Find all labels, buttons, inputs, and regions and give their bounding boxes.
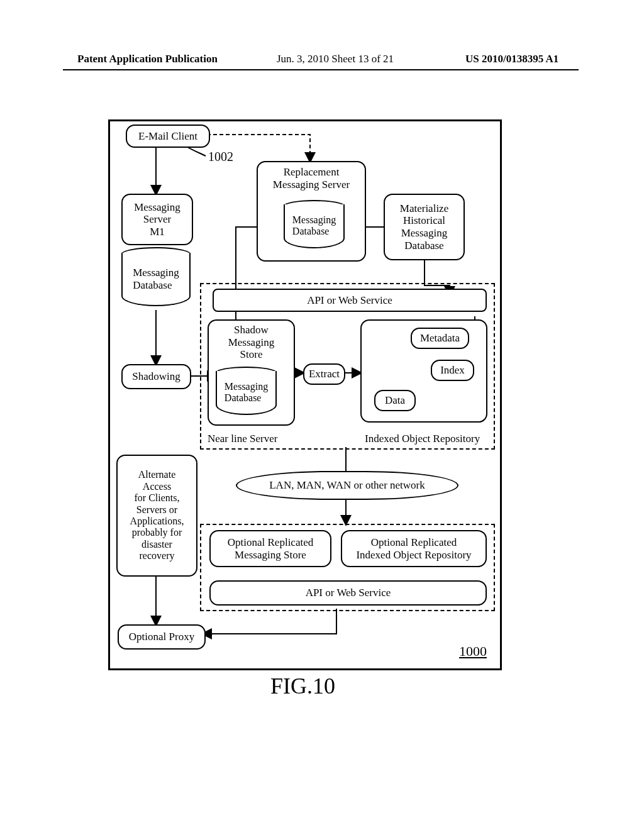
- header-patent-number: US 2010/0138395 A1: [465, 53, 558, 65]
- figure-frame: E-Mail Client 1002 Messaging Server M1 M…: [108, 119, 502, 670]
- ior-label: Indexed Object Repository: [365, 433, 480, 445]
- shadow-store-label: Shadow Messaging Store: [228, 324, 275, 361]
- email-client-box: E-Mail Client: [126, 124, 210, 148]
- index-box: Index: [431, 360, 474, 381]
- data-box: Data: [374, 390, 416, 411]
- materialize-box: Materialize Historical Messaging Databas…: [384, 194, 465, 260]
- ref-1002: 1002: [208, 150, 233, 164]
- shadowing-box: Shadowing: [121, 364, 191, 389]
- metadata-box: Metadata: [411, 328, 469, 349]
- api-bottom: API or Web Service: [209, 580, 487, 606]
- api-top: API or Web Service: [213, 289, 487, 312]
- optional-proxy-box: Optional Proxy: [118, 624, 206, 650]
- messaging-database-1: Messaging Database: [121, 247, 191, 307]
- header-date-sheet: Jun. 3, 2010 Sheet 13 of 21: [277, 53, 394, 65]
- opt-replicated-msg-store: Optional Replicated Messaging Store: [209, 530, 331, 567]
- opt-replicated-ior: Optional Replicated Indexed Object Repos…: [341, 530, 487, 567]
- messaging-database-2: Messaging Database: [284, 200, 345, 249]
- messaging-database-3: Messaging Database: [216, 367, 277, 416]
- network-cloud: LAN, MAN, WAN or other network: [236, 471, 458, 500]
- page: Patent Application Publication Jun. 3, 2…: [0, 0, 644, 830]
- messaging-server-m1: Messaging Server M1: [121, 194, 193, 245]
- header-divider: [63, 69, 579, 70]
- extract-box: Extract: [303, 363, 345, 385]
- nearline-label: Near line Server: [208, 433, 277, 445]
- header-publication: Patent Application Publication: [77, 53, 218, 65]
- replacement-server-label: Replacement Messaging Server: [273, 166, 350, 191]
- figure-number: 1000: [459, 643, 487, 660]
- figure-caption: FIG.10: [270, 673, 335, 699]
- alternate-access-box: Alternate Access for Clients, Servers or…: [116, 455, 197, 577]
